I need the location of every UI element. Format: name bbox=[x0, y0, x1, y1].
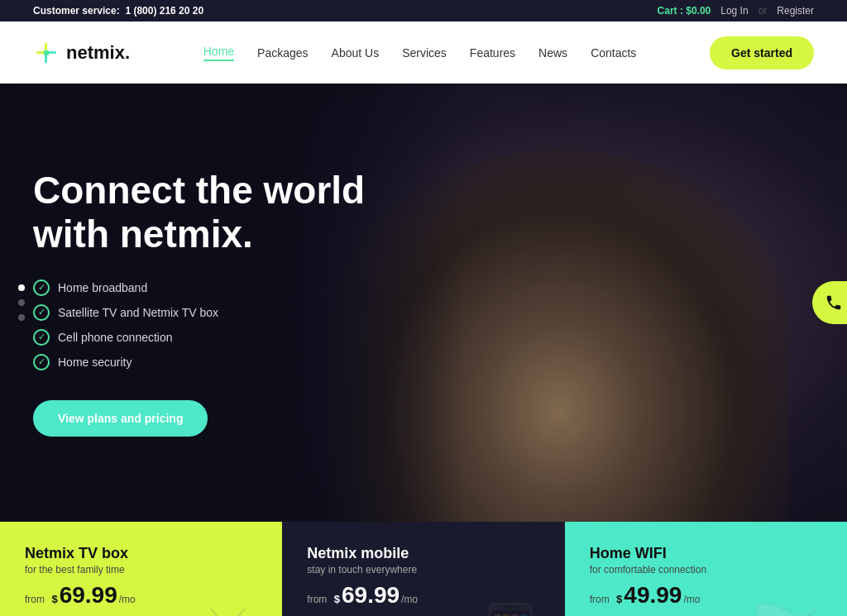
register-link[interactable]: Register bbox=[777, 5, 814, 17]
svg-rect-0 bbox=[36, 51, 45, 54]
nav-features[interactable]: Features bbox=[470, 46, 515, 60]
slide-dot-2[interactable] bbox=[18, 299, 25, 306]
logo-text: netmix. bbox=[66, 42, 130, 64]
pricing-card-mobile-amount: 69.99 bbox=[342, 582, 400, 609]
feature-label-3: Cell phone connection bbox=[58, 331, 173, 344]
pricing-card-wifi-subtitle: for comfortable connection bbox=[590, 564, 822, 575]
customer-service-label: Customer service: bbox=[33, 5, 120, 17]
pricing-card-wifi-period: /mo bbox=[683, 594, 700, 605]
hero-headline-line1: Connect the world bbox=[33, 169, 365, 212]
hero-headline: Connect the world with netmix. bbox=[33, 169, 365, 256]
header: netmix. Home Packages About Us Services … bbox=[0, 21, 847, 84]
check-icon-1: ✓ bbox=[33, 279, 50, 296]
view-plans-button[interactable]: View plans and pricing bbox=[33, 400, 208, 437]
pricing-card-mobile-from: from bbox=[307, 594, 327, 605]
pricing-card-wifi-amount: 49.99 bbox=[624, 582, 682, 609]
feature-item-3: ✓ Cell phone connection bbox=[33, 329, 365, 346]
pricing-card-wifi: Home WIFI for comfortable connection fro… bbox=[565, 522, 847, 616]
svg-rect-1 bbox=[45, 43, 47, 51]
login-separator: or bbox=[758, 5, 768, 17]
pricing-card-wifi-title: Home WIFI bbox=[590, 545, 822, 562]
nav-news[interactable]: News bbox=[538, 46, 567, 60]
pricing-card-tv-amount: 69.99 bbox=[60, 582, 117, 609]
pricing-card-mobile-title: Netmix mobile bbox=[307, 545, 539, 562]
nav-home[interactable]: Home bbox=[203, 45, 234, 61]
pricing-card-tv-period: /mo bbox=[119, 594, 136, 605]
hero-features-list: ✓ Home broadband ✓ Satellite TV and Netm… bbox=[33, 279, 365, 370]
pricing-card-mobile-subtitle: stay in touch everywhere bbox=[307, 564, 539, 575]
pricing-card-tv-bg-icon: 📺 bbox=[181, 600, 274, 616]
feature-label-1: Home broadband bbox=[58, 281, 147, 294]
pricing-card-mobile: Netmix mobile stay in touch everywhere f… bbox=[282, 522, 564, 616]
feature-item-2: ✓ Satellite TV and Netmix TV box bbox=[33, 304, 365, 321]
nav-services[interactable]: Services bbox=[402, 46, 447, 60]
check-icon-4: ✓ bbox=[33, 354, 50, 370]
pricing-card-tv-from: from bbox=[25, 594, 45, 605]
hero-headline-line2: with netmix. bbox=[33, 212, 253, 255]
slide-dot-3[interactable] bbox=[18, 314, 25, 321]
customer-service-phone: 1 (800) 216 20 20 bbox=[125, 5, 203, 17]
feature-item-4: ✓ Home security bbox=[33, 354, 365, 370]
get-started-button[interactable]: Get started bbox=[710, 36, 814, 69]
cart-label: Cart : bbox=[658, 5, 683, 17]
pricing-card-tv-currency: $ bbox=[51, 593, 57, 605]
slide-dot-1[interactable] bbox=[18, 284, 25, 291]
feature-label-2: Satellite TV and Netmix TV box bbox=[58, 306, 218, 319]
feature-label-4: Home security bbox=[58, 356, 132, 369]
main-nav: Home Packages About Us Services Features… bbox=[203, 45, 637, 61]
pricing-card-tv-title: Netmix TV box bbox=[25, 545, 257, 562]
login-link[interactable]: Log In bbox=[720, 5, 748, 17]
pricing-card-wifi-from: from bbox=[590, 594, 610, 605]
cart-info: Cart : $0.00 bbox=[658, 5, 711, 17]
svg-rect-3 bbox=[48, 51, 56, 54]
pricing-card-tv-subtitle: for the best family time bbox=[25, 564, 257, 575]
feature-item-1: ✓ Home broadband bbox=[33, 279, 365, 296]
pricing-card-mobile-currency: $ bbox=[334, 593, 340, 605]
hero-section: Connect the world with netmix. ✓ Home br… bbox=[0, 84, 847, 522]
cart-value: $0.00 bbox=[686, 5, 711, 17]
svg-rect-2 bbox=[45, 55, 47, 63]
pricing-section: Netmix TV box for the best family time f… bbox=[0, 522, 847, 616]
logo[interactable]: netmix. bbox=[33, 40, 130, 66]
pricing-card-mobile-period: /mo bbox=[401, 594, 418, 605]
pricing-card-wifi-currency: $ bbox=[616, 593, 622, 605]
topbar: Customer service: 1 (800) 216 20 20 Cart… bbox=[0, 0, 847, 21]
pricing-card-wifi-bg-icon: 📡 bbox=[746, 600, 839, 616]
nav-contacts[interactable]: Contacts bbox=[591, 46, 636, 60]
slide-indicators bbox=[18, 284, 25, 321]
pricing-card-tv: Netmix TV box for the best family time f… bbox=[0, 522, 282, 616]
check-icon-3: ✓ bbox=[33, 329, 50, 346]
svg-rect-4 bbox=[44, 50, 49, 55]
pricing-card-mobile-bg-icon: 📱 bbox=[464, 600, 557, 616]
check-icon-2: ✓ bbox=[33, 304, 50, 321]
nav-packages[interactable]: Packages bbox=[257, 46, 308, 60]
nav-about[interactable]: About Us bbox=[332, 46, 380, 60]
customer-service: Customer service: 1 (800) 216 20 20 bbox=[33, 5, 203, 17]
top-right-bar: Cart : $0.00 Log In or Register bbox=[658, 5, 814, 17]
hero-content: Connect the world with netmix. ✓ Home br… bbox=[0, 119, 398, 486]
logo-icon bbox=[33, 40, 60, 66]
